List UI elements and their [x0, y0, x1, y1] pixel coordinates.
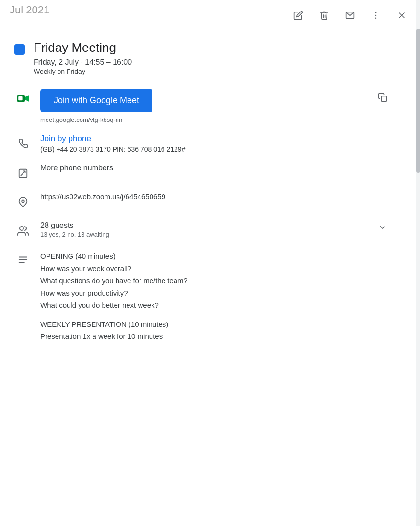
description-line-2: How was your week overall?	[40, 263, 391, 275]
description-line-5: What could you do better next week?	[40, 299, 391, 311]
edit-button[interactable]	[290, 7, 307, 24]
event-date: Friday, 2 July	[34, 58, 79, 66]
guests-count: 28 guests	[40, 221, 365, 230]
calendar-month-title: Jul 2021	[10, 4, 49, 16]
description-spacer	[40, 311, 391, 318]
description-line-3: What questions do you have for me/the te…	[40, 275, 391, 287]
event-time: 14:55 – 16:00	[85, 58, 132, 66]
toolbar: Jul 2021	[0, 0, 420, 31]
zoom-link[interactable]: https://us02web.zoom.us/j/6454650659	[40, 192, 165, 201]
svg-point-12	[22, 200, 24, 203]
event-detail-panel: Friday Meeting Friday, 2 July · 14:55 – …	[0, 31, 420, 363]
description-line-4: How was your productivity?	[40, 287, 391, 299]
event-info: Friday Meeting Friday, 2 July · 14:55 – …	[34, 40, 132, 75]
join-meet-button[interactable]: Join with Google Meet	[40, 89, 152, 112]
phone-content: Join by phone (GB) +44 20 3873 3170 PIN:…	[40, 134, 391, 153]
more-numbers-content: More phone numbers	[40, 164, 391, 172]
guests-section: 28 guests 13 yes, 2 no, 13 awaiting	[14, 221, 391, 239]
phone-section: Join by phone (GB) +44 20 3873 3170 PIN:…	[14, 134, 391, 153]
scrollbar-thumb[interactable]	[416, 29, 420, 173]
location-icon	[14, 193, 32, 211]
svg-rect-10	[382, 96, 387, 102]
more-numbers-label: More phone numbers	[40, 164, 113, 172]
guests-content: 28 guests 13 yes, 2 no, 13 awaiting	[40, 221, 365, 238]
event-color-indicator	[14, 44, 25, 55]
meet-content: Join with Google Meet meet.google.com/vt…	[40, 89, 391, 123]
svg-point-1	[375, 12, 377, 13]
zoom-link-content: https://us02web.zoom.us/j/6454650659	[40, 192, 391, 201]
description-line-8: Presentation 1x a week for 10 minutes	[40, 330, 391, 343]
more-options-button[interactable]	[367, 7, 385, 24]
description-line-1: OPENING (40 minutes)	[40, 250, 391, 263]
guests-summary: 13 yes, 2 no, 13 awaiting	[40, 231, 365, 238]
guests-expand-button[interactable]	[374, 223, 391, 232]
meet-section: Join with Google Meet meet.google.com/vt…	[14, 89, 391, 123]
meet-icon	[14, 90, 32, 107]
location-section: https://us02web.zoom.us/j/6454650659	[14, 192, 391, 211]
svg-marker-7	[25, 95, 29, 102]
meet-link: meet.google.com/vtg-kbsq-rin	[40, 116, 374, 123]
phone-details: (GB) +44 20 3873 3170 PIN: 636 708 016 2…	[40, 145, 391, 153]
event-separator: ·	[81, 58, 85, 66]
guests-icon	[14, 222, 32, 239]
external-link-icon	[14, 165, 32, 182]
scrollbar[interactable]	[416, 0, 420, 526]
join-by-phone-link[interactable]: Join by phone	[40, 134, 391, 143]
event-header: Friday Meeting Friday, 2 July · 14:55 – …	[14, 40, 391, 75]
event-date-time: Friday, 2 July · 14:55 – 16:00	[34, 58, 132, 67]
description-line-7: WEEKLY PRESENTATION (10 minutes)	[40, 318, 391, 331]
copy-meet-link-button[interactable]	[374, 89, 391, 106]
svg-point-13	[20, 227, 23, 230]
email-button[interactable]	[341, 7, 359, 24]
event-recurrence: Weekly on Friday	[34, 68, 132, 75]
description-icon	[14, 251, 32, 268]
svg-point-3	[375, 18, 377, 19]
phone-icon	[14, 135, 32, 152]
svg-rect-8	[18, 96, 22, 100]
event-title: Friday Meeting	[34, 40, 132, 55]
close-button[interactable]	[393, 7, 410, 24]
delete-button[interactable]	[315, 7, 333, 24]
description-content: OPENING (40 minutes) How was your week o…	[40, 250, 391, 343]
svg-point-2	[375, 15, 377, 16]
more-numbers-section: More phone numbers	[14, 164, 391, 182]
description-section: OPENING (40 minutes) How was your week o…	[14, 250, 391, 343]
